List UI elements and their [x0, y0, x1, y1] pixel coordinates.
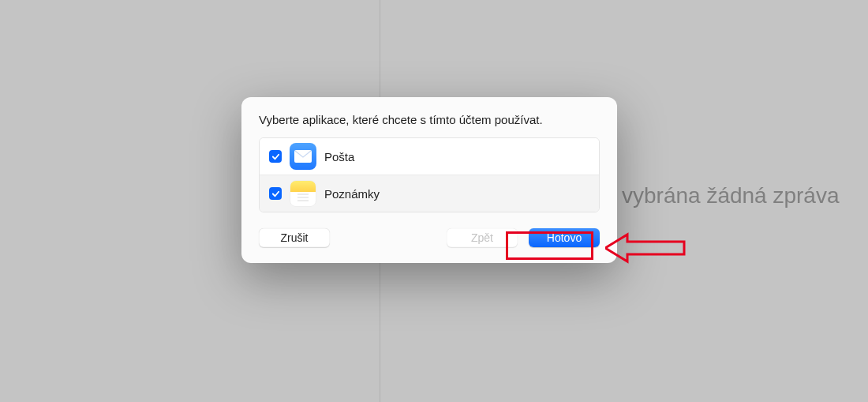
app-label-mail: Pošta	[324, 150, 354, 163]
checkmark-icon	[271, 152, 280, 161]
dialog-title: Vyberte aplikace, které chcete s tímto ú…	[241, 97, 617, 137]
account-apps-dialog: Vyberte aplikace, které chcete s tímto ú…	[241, 97, 617, 263]
checkmark-icon	[271, 190, 280, 198]
cancel-button[interactable]: Zrušit	[259, 228, 330, 247]
notes-icon	[290, 180, 316, 207]
app-row-notes: Poznámky	[260, 175, 599, 212]
app-label-notes: Poznámky	[324, 187, 380, 201]
back-button: Zpět	[447, 228, 518, 247]
done-button[interactable]: Hotovo	[529, 228, 600, 247]
checkbox-mail[interactable]	[269, 150, 282, 163]
annotation-arrow-icon	[605, 231, 692, 265]
dialog-button-row: Zrušit Zpět Hotovo	[241, 212, 617, 263]
mail-icon	[290, 143, 316, 170]
background-empty-message: vybrána žádná zpráva	[622, 183, 840, 209]
checkbox-notes[interactable]	[269, 187, 282, 200]
app-list: Pošta Poznámky	[259, 137, 600, 212]
app-row-mail: Pošta	[260, 138, 599, 175]
